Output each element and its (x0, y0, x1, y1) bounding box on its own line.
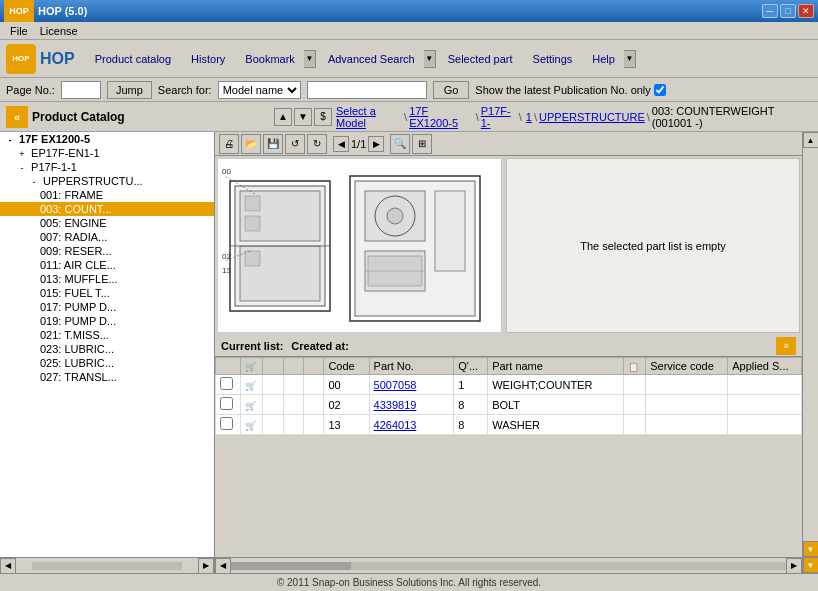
current-list-bar: Current list: Created at: » (215, 335, 802, 357)
row2-partname: BOLT (488, 395, 624, 415)
open-button[interactable]: 📂 (241, 134, 261, 154)
tree-item-p17f[interactable]: - P17F-1-1 (0, 160, 214, 174)
tree-scroll-left[interactable]: ◀ (0, 558, 16, 574)
maximize-button[interactable]: □ (780, 4, 796, 18)
row2-qty: 8 (454, 395, 488, 415)
row2-partno: 4339819 (369, 395, 454, 415)
tree-item-013[interactable]: 013: MUFFLE... (0, 272, 214, 286)
parts-diagram-area: 00 02 13 (217, 158, 502, 333)
tree-scroll-right[interactable]: ▶ (198, 558, 214, 574)
row1-qty: 1 (454, 375, 488, 395)
breadcrumb-p17f[interactable]: P17F-1- (481, 105, 517, 129)
tree-item-001[interactable]: 001: FRAME (0, 188, 214, 202)
nav-help[interactable]: Help (584, 51, 623, 67)
expand-button[interactable]: » (776, 337, 796, 355)
row1-svc (646, 375, 728, 395)
nav-bookmark[interactable]: Bookmark (237, 51, 303, 67)
parts-table: 🛒 Code Part No. Q'... Part name 📋 (215, 357, 802, 435)
ep17f-toggle[interactable]: + (16, 149, 28, 159)
zoom-button[interactable]: 🔍 (390, 134, 410, 154)
refresh-button[interactable]: ↺ (285, 134, 305, 154)
v-scroll-down-orange[interactable]: ▼ (803, 541, 819, 557)
svg-rect-11 (435, 191, 465, 271)
row1-check[interactable] (220, 377, 233, 390)
row3-svc (646, 415, 728, 435)
minimize-button[interactable]: ─ (762, 4, 778, 18)
main-panels: - 17F EX1200-5 + EP17F-EN1-1 - P17F-1-1 … (0, 132, 818, 573)
h-scroll-left[interactable]: ◀ (215, 558, 231, 574)
tree-item-ep17f[interactable]: + EP17F-EN1-1 (0, 146, 214, 160)
panel-bookmark-button[interactable]: $ (314, 108, 332, 126)
table-row: 🛒 13 4264013 8 WASHER (216, 415, 802, 435)
help-dropdown-arrow[interactable]: ▼ (624, 50, 636, 68)
prev-page-button[interactable]: ◀ (333, 136, 349, 152)
rotate-button[interactable]: ↻ (307, 134, 327, 154)
tree-item-007[interactable]: 007: RADIA... (0, 230, 214, 244)
breadcrumb-select-model[interactable]: Select a Model (336, 105, 402, 129)
tree-item-015[interactable]: 015: FUEL T... (0, 286, 214, 300)
row3-partno: 4264013 (369, 415, 454, 435)
h-scroll-right[interactable]: ▶ (786, 558, 802, 574)
image-navigation: ◀ 1/1 ▶ (333, 136, 384, 152)
tree-item-017[interactable]: 017: PUMP D... (0, 300, 214, 314)
tree-root[interactable]: - 17F EX1200-5 (0, 132, 214, 146)
breadcrumb-bar: « Product Catalog ▲ ▼ $ Select a Model \… (0, 102, 818, 132)
tree-item-upperstructure[interactable]: - UPPERSTRUCTU... (0, 174, 214, 188)
tree-item-009[interactable]: 009: RESER... (0, 244, 214, 258)
panel-down-button[interactable]: ▼ (294, 108, 312, 126)
row2-check[interactable] (220, 397, 233, 410)
svg-rect-6 (245, 216, 260, 231)
close-button[interactable]: ✕ (798, 4, 814, 18)
tree-item-025[interactable]: 025: LUBRIC... (0, 356, 214, 370)
parts-table-scroll[interactable]: 🛒 Code Part No. Q'... Part name 📋 (215, 357, 802, 557)
nav-advanced-search[interactable]: Advanced Search (320, 51, 423, 67)
go-button[interactable]: Go (433, 81, 470, 99)
nav-history[interactable]: History (183, 51, 233, 67)
tree-item-021[interactable]: 021: T.MISS... (0, 328, 214, 342)
save-button[interactable]: 💾 (263, 134, 283, 154)
v-scroll-down-orange2[interactable]: ▼ (803, 557, 819, 573)
print-button[interactable]: 🖨 (219, 134, 239, 154)
table-h-scrollbar[interactable]: ◀ ▶ (215, 557, 802, 573)
nav-selected-part[interactable]: Selected part (440, 51, 521, 67)
tree-h-scrollbar[interactable]: ◀ ▶ (0, 557, 214, 573)
tree-item-003[interactable]: 003: COUNT... (0, 202, 214, 216)
tree-item-019[interactable]: 019: PUMP D... (0, 314, 214, 328)
collapse-panel-button[interactable]: « (6, 106, 28, 128)
tree-item-023[interactable]: 023: LUBRIC... (0, 342, 214, 356)
h-scroll-track[interactable] (231, 562, 786, 570)
tree-root-toggle[interactable]: - (4, 135, 16, 145)
next-page-button[interactable]: ▶ (368, 136, 384, 152)
tree-scroll-track[interactable] (32, 562, 182, 570)
nav-settings[interactable]: Settings (525, 51, 581, 67)
th-icon4 (304, 358, 324, 375)
window-title: HOP (5.0) (38, 5, 87, 17)
upper-toggle[interactable]: - (28, 177, 40, 187)
jump-button[interactable]: Jump (107, 81, 152, 99)
latest-pub-checkbox[interactable] (654, 84, 666, 96)
fit-button[interactable]: ⊞ (412, 134, 432, 154)
status-bar: © 2011 Snap-on Business Solutions Inc. A… (0, 573, 818, 591)
breadcrumb-upper[interactable]: UPPERSTRUCTURE (539, 111, 645, 123)
breadcrumb-1[interactable]: 1 (526, 111, 532, 123)
tree-item-027[interactable]: 027: TRANSL... (0, 370, 214, 384)
tree-item-005[interactable]: 005: ENGINE (0, 216, 214, 230)
search-for-label: Search for: (158, 84, 212, 96)
nav-product-catalog[interactable]: Product catalog (87, 51, 179, 67)
bookmark-dropdown-arrow[interactable]: ▼ (304, 50, 316, 68)
search-type-select[interactable]: Model name Part number Part name (218, 81, 301, 99)
menu-license[interactable]: License (34, 24, 84, 38)
search-input[interactable] (307, 81, 427, 99)
advanced-search-dropdown-arrow[interactable]: ▼ (424, 50, 436, 68)
p17f-toggle[interactable]: - (16, 163, 28, 173)
row2-applied (728, 395, 802, 415)
page-no-input[interactable] (61, 81, 101, 99)
breadcrumb-model[interactable]: 17F EX1200-5 (409, 105, 473, 129)
nav-help-group: Help ▼ (584, 50, 636, 68)
menu-file[interactable]: File (4, 24, 34, 38)
panel-up-button[interactable]: ▲ (274, 108, 292, 126)
th-code: Code (324, 358, 369, 375)
row3-check[interactable] (220, 417, 233, 430)
v-scroll-up[interactable]: ▲ (803, 132, 819, 148)
tree-item-011[interactable]: 011: AIR CLE... (0, 258, 214, 272)
